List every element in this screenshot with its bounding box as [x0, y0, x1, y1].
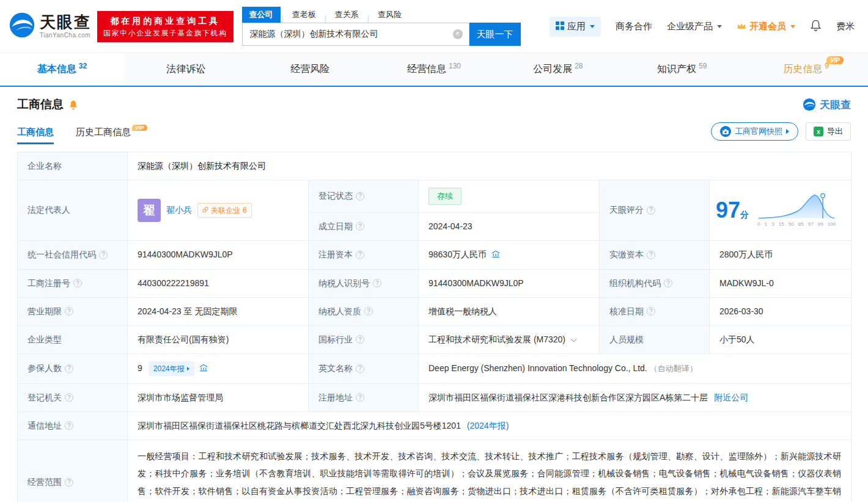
tianyancha-logo-icon [9, 12, 35, 41]
notifications-bell[interactable] [810, 19, 822, 34]
help-icon[interactable] [65, 364, 73, 373]
tab-intellectual-property[interactable]: 知识产权 59 [620, 53, 744, 86]
table-row: 企业类型 有限责任公司(国有独资) 国标行业 工程和技术研究和试验发展 (M73… [18, 325, 851, 353]
annual-report-link[interactable]: (2024年报) [467, 421, 509, 430]
score-value: 97 [716, 197, 740, 223]
tab-history-info[interactable]: VIP 历史信息 9 [744, 53, 868, 86]
tab-count: 28 [575, 62, 583, 70]
company-type-value: 有限责任公司(国有独资) [128, 325, 309, 353]
staff-size-label: 人员规模 [600, 325, 710, 353]
promo-line1: 都在用的商业查询工具 [103, 15, 227, 28]
search-input-wrap [242, 23, 469, 46]
nearby-companies-link[interactable]: 附近公司 [714, 393, 748, 402]
help-icon[interactable] [647, 206, 655, 215]
help-icon[interactable] [356, 364, 364, 373]
taxpayer-quality-label: 纳税人资质 [309, 297, 419, 325]
nav-apps[interactable]: 应用 [550, 17, 601, 37]
subtab-label: 历史工商信息 [76, 127, 131, 137]
help-icon[interactable] [664, 279, 672, 287]
tab-label: 经营信息 [407, 63, 446, 76]
regulator-icon[interactable] [491, 250, 500, 260]
help-icon[interactable] [356, 335, 364, 344]
legal-rep-name-link[interactable]: 翟小兵 [166, 204, 192, 216]
help-icon[interactable] [356, 251, 364, 259]
help-icon[interactable] [647, 307, 655, 316]
tab-count: 59 [699, 62, 707, 70]
tab-separator: | [323, 14, 328, 23]
staff-size-value: 小于50人 [710, 325, 851, 353]
help-icon[interactable] [99, 251, 108, 259]
help-icon[interactable] [65, 307, 73, 316]
search-tab-boss[interactable]: 查老板 [285, 7, 323, 23]
reg-authority-value: 深圳市市场监督管理局 [128, 383, 309, 412]
excel-icon [814, 127, 823, 136]
tab-operation-info[interactable]: 经营信息 130 [372, 53, 496, 86]
nav-open-vip[interactable]: 开通会员 [737, 21, 795, 32]
legal-rep-label: 法定代表人 [18, 180, 128, 241]
search-tab-relation[interactable]: 查关系 [328, 7, 366, 23]
clear-icon[interactable] [453, 29, 463, 39]
chevron-down-icon [717, 25, 722, 28]
paid-capital-label: 实缴资本 [600, 240, 710, 269]
help-icon[interactable] [356, 222, 364, 231]
subscribe-bell-icon[interactable] [68, 100, 78, 110]
search-tab-company[interactable]: 查公司 [242, 7, 281, 23]
business-term-label: 营业期限 [18, 297, 128, 325]
table-row: 营业期限 2024-04-23 至 无固定期限 纳税人资质 增值税一般纳税人 核… [18, 297, 851, 325]
tab-legal-litigation[interactable]: 法律诉讼 [124, 53, 248, 86]
help-icon[interactable] [647, 251, 655, 259]
chevron-down-icon[interactable] [571, 336, 577, 342]
tianyancha-logo-icon [803, 98, 816, 111]
status-badge: 存续 [428, 188, 462, 205]
help-icon[interactable] [356, 192, 364, 201]
subtab-business-info[interactable]: 工商信息 [17, 127, 54, 144]
company-search-input[interactable] [243, 23, 469, 45]
annual-report-badge[interactable]: 2024年报 [149, 361, 194, 376]
search-tab-risk[interactable]: 查风险 [370, 7, 409, 23]
tab-separator: | [366, 14, 370, 23]
regulator-icon[interactable] [199, 364, 208, 374]
business-scope-label: 经营范围 [18, 440, 128, 502]
bell-icon [810, 19, 822, 34]
tab-operation-risk[interactable]: 经营风险 [248, 53, 372, 86]
tab-basic-info[interactable]: 基本信息 32 [0, 53, 124, 86]
export-button[interactable]: 导出 [806, 122, 851, 141]
subtab-history-business-info[interactable]: 历史工商信息VIP [76, 127, 147, 144]
main-content: 工商信息 天眼查 工商信息 历史工商信息VIP [0, 87, 868, 502]
related-companies-badge[interactable]: 关联企业 6 [197, 203, 252, 218]
table-row: 统一社会信用代码 91440300MADKW9JL0P 注册资本 98630万人… [18, 240, 851, 269]
help-icon[interactable] [65, 478, 73, 487]
table-row: 工商注册号 440300222219891 纳税人识别号 91440300MAD… [18, 269, 851, 297]
reg-status-value: 存续 [419, 180, 600, 213]
score-unit: 分 [740, 210, 749, 220]
tianyancha-logo[interactable]: 天眼查 TianYanCha.com [9, 12, 91, 41]
help-icon[interactable] [73, 279, 82, 287]
business-scope-value: 一般经营项目：工程和技术研究和试验发展；技术服务、技术开发、技术咨询、技术交流、… [128, 440, 851, 502]
tab-separator: | [281, 14, 285, 23]
nav-enterprise-products[interactable]: 企业级产品 [667, 21, 722, 32]
help-icon[interactable] [373, 279, 381, 287]
search-block: 查公司 | 查老板 | 查关系 | 查风险 天眼一下 [242, 7, 521, 46]
official-snapshot-button[interactable]: 工商官网快照 [711, 122, 798, 141]
reg-authority-label: 登记机关 [18, 383, 128, 412]
table-row: 通信地址 深圳市福田区福保街道福保社区桃花路与槟榔道交汇处西北深九科技创业园5号… [18, 412, 851, 440]
user-menu[interactable]: 费米 [836, 21, 855, 32]
help-icon[interactable] [65, 421, 73, 430]
help-icon[interactable] [65, 393, 73, 402]
tab-company-development[interactable]: 公司发展 28 [496, 53, 620, 86]
insured-value: 92024年报 [128, 353, 309, 383]
search-submit-button[interactable]: 天眼一下 [469, 23, 521, 46]
legal-rep-avatar[interactable]: 翟 [138, 199, 161, 222]
help-icon[interactable] [364, 307, 373, 316]
help-icon[interactable] [356, 393, 364, 402]
table-row: 法定代表人 翟 翟小兵 关联企业 6 [18, 180, 851, 213]
en-name-value: Deep Energy (Shenzhen) Innovation Techno… [419, 353, 851, 383]
nav-business-cooperation[interactable]: 商务合作 [616, 21, 652, 32]
tab-label: 经营风险 [290, 63, 329, 76]
insured-label: 参保人数 [18, 353, 128, 383]
org-code-label: 组织机构代码 [600, 269, 710, 297]
reg-address-value: 深圳市福田区福保街道福保社区深港科技创新合作区深方园区A栋第二十层 附近公司 [419, 383, 851, 412]
org-code-value: MADKW9JL-0 [710, 269, 851, 297]
reg-address-label: 注册地址 [309, 383, 419, 412]
arrow-right-icon [187, 367, 189, 371]
